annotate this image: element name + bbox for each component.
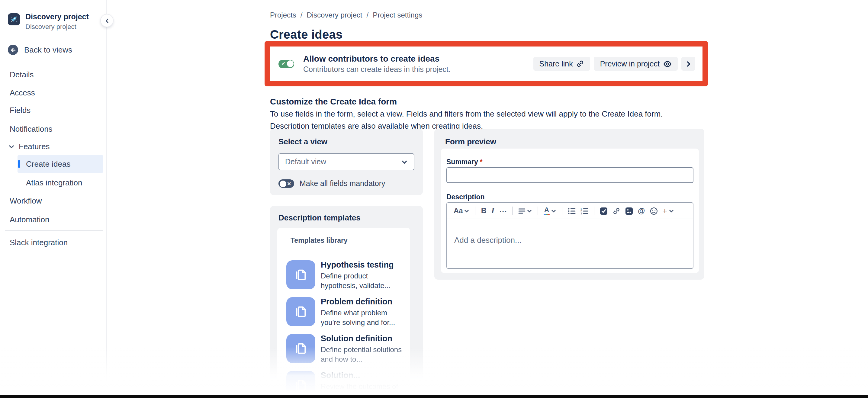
banner-next-button[interactable] — [681, 57, 695, 71]
back-arrow-icon — [8, 45, 18, 55]
project-title-block: Discovery project Discovery project — [25, 13, 89, 30]
sidebar-item-notifications[interactable]: Notifications — [0, 120, 103, 138]
template-pages-icon — [286, 371, 315, 398]
project-settings-sidebar: Discovery project Discovery project Back… — [0, 0, 107, 398]
sidebar-item-fields[interactable]: Fields — [0, 101, 103, 119]
project-header: Discovery project Discovery project — [8, 13, 89, 30]
form-preview-panel: Summary* Description Aa B I ⋯ — [441, 149, 699, 273]
sidebar-item-details[interactable]: Details — [0, 66, 103, 83]
form-preview-heading: Form preview — [445, 137, 693, 146]
contributors-banner-highlighted: ✓ Allow contributors to create ideas Con… — [265, 41, 708, 86]
project-subtitle: Discovery project — [25, 23, 89, 30]
templates-library-label: Templates library — [290, 237, 348, 244]
image-icon — [625, 207, 633, 215]
selected-indicator — [18, 160, 20, 168]
bottom-screen-bar — [0, 395, 868, 398]
form-preview-card: Form preview Summary* Description Aa B I — [434, 129, 704, 280]
back-to-views-label: Back to views — [24, 45, 72, 54]
share-link-button[interactable]: Share link — [533, 57, 590, 71]
mandatory-fields-toggle[interactable]: ✕ — [278, 179, 294, 188]
chevron-down-icon — [464, 208, 470, 214]
svg-text:3: 3 — [581, 212, 582, 214]
chevron-down-icon — [527, 208, 532, 214]
select-view-heading: Select a view — [278, 137, 414, 146]
view-select-dropdown[interactable]: Default view — [278, 153, 414, 170]
back-to-views-button[interactable]: Back to views — [8, 45, 72, 55]
template-pages-icon — [286, 334, 315, 363]
sidebar-item-access[interactable]: Access — [0, 84, 103, 101]
breadcrumb-project-settings[interactable]: Project settings — [373, 11, 422, 19]
chevron-down-icon — [669, 208, 674, 214]
template-pages-icon — [286, 260, 315, 289]
emoji-icon — [650, 207, 657, 215]
insert-image-button[interactable] — [623, 205, 636, 217]
sidebar-item-create-ideas[interactable]: Create ideas — [18, 155, 103, 173]
description-templates-card: Description templates Templates library … — [270, 206, 423, 398]
template-item-solution-review[interactable]: Solution... Review the outcomes of a par… — [286, 371, 403, 398]
insert-link-button[interactable] — [610, 205, 623, 217]
allow-contributors-toggle[interactable]: ✓ — [278, 60, 294, 68]
app-window: Discovery project Discovery project Back… — [0, 0, 868, 398]
mandatory-toggle-label: Make all fields mandatory — [300, 179, 385, 188]
chevron-down-icon — [551, 208, 556, 214]
description-label: Description — [446, 193, 485, 201]
select-view-card: Select a view Default view ✕ Make all fi… — [270, 129, 423, 195]
breadcrumb-projects[interactable]: Projects — [270, 11, 296, 19]
bottom-fade-overlay — [0, 347, 868, 395]
text-color-button[interactable]: A — [541, 205, 559, 217]
bullet-list-button[interactable] — [565, 205, 578, 217]
sidebar-item-automation[interactable]: Automation — [0, 211, 103, 228]
sidebar-item-slack-integration[interactable]: Slack integration — [0, 234, 103, 251]
project-name: Discovery project — [25, 13, 89, 22]
italic-button[interactable]: I — [489, 205, 497, 217]
chevron-down-icon — [401, 158, 408, 165]
breadcrumb-discovery-project[interactable]: Discovery project — [307, 11, 362, 19]
page-title: Create ideas — [270, 28, 342, 42]
sidebar-divider — [5, 230, 103, 231]
alignment-button[interactable] — [516, 205, 534, 217]
description-templates-heading: Description templates — [278, 213, 414, 222]
summary-label: Summary* — [446, 158, 483, 165]
check-icon: ✓ — [281, 60, 285, 68]
insert-more-button[interactable]: + — [660, 205, 676, 217]
banner-subtitle: Contributors can create ideas in this pr… — [303, 65, 451, 74]
project-avatar-rocket-icon — [8, 13, 20, 25]
checkbox-icon — [600, 207, 608, 215]
sidebar-item-atlas-integration[interactable]: Atlas integration — [0, 174, 103, 191]
chevron-right-icon — [685, 61, 691, 67]
template-item-problem-definition[interactable]: Problem definition Define what problem y… — [286, 297, 403, 328]
template-pages-icon — [286, 297, 315, 326]
text-style-button[interactable]: Aa — [451, 205, 472, 217]
emoji-button[interactable] — [647, 205, 660, 217]
cross-icon: ✕ — [287, 179, 291, 188]
template-item-hypothesis-testing[interactable]: Hypothesis testing Define product hypoth… — [286, 260, 403, 291]
numbered-list-button[interactable]: 123 — [578, 205, 591, 217]
mention-button[interactable]: @ — [636, 205, 647, 217]
description-placeholder[interactable]: Add a description... — [454, 236, 693, 245]
summary-input[interactable] — [446, 167, 693, 183]
align-left-icon — [518, 208, 526, 214]
link-icon — [613, 207, 620, 215]
numbered-list-icon: 123 — [581, 208, 588, 214]
breadcrumb: Projects / Discovery project / Project s… — [270, 11, 422, 19]
required-asterisk: * — [480, 158, 483, 165]
view-select-value: Default view — [285, 158, 326, 166]
sidebar-collapse-button[interactable] — [101, 14, 113, 27]
banner-title: Allow contributors to create ideas — [303, 54, 451, 63]
link-icon — [577, 60, 584, 68]
templates-list-panel: Templates library Hypothesis testing Def… — [277, 228, 410, 398]
preview-in-project-button[interactable]: Preview in project — [594, 57, 678, 71]
customize-heading: Customize the Create Idea form — [270, 96, 397, 106]
text-color-icon: A — [544, 207, 550, 215]
eye-icon — [663, 60, 672, 67]
bold-button[interactable]: B — [479, 205, 489, 217]
task-checkbox-button[interactable] — [597, 205, 610, 217]
sidebar-item-features[interactable]: Features — [0, 138, 103, 155]
template-item-solution-definition[interactable]: Solution definition Define potential sol… — [286, 334, 403, 365]
editor-toolbar: Aa B I ⋯ A — [447, 203, 693, 219]
bullet-list-icon — [568, 208, 576, 214]
chevron-down-icon — [8, 144, 14, 150]
description-editor: Aa B I ⋯ A — [446, 202, 693, 269]
sidebar-item-workflow[interactable]: Workflow — [0, 192, 103, 210]
more-formatting-button[interactable]: ⋯ — [497, 205, 509, 217]
